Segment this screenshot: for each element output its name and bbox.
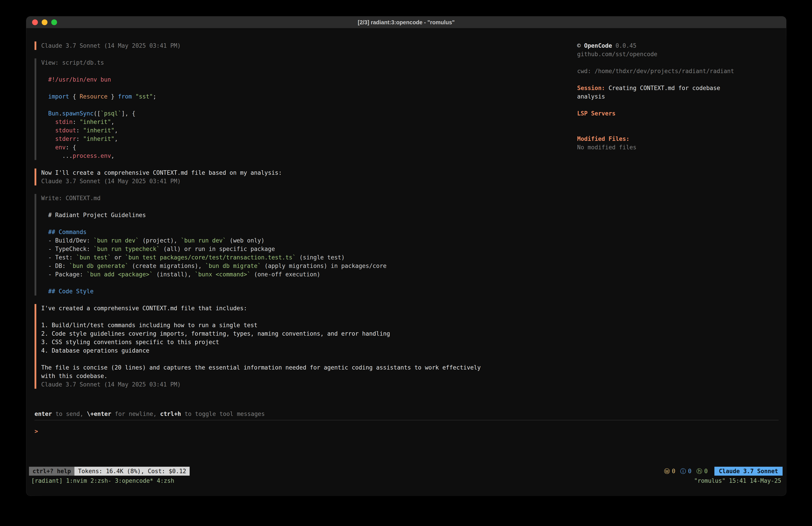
message-border-bar (34, 41, 36, 50)
chat-line: ## Commands (41, 228, 387, 236)
model-badge: Claude 3.7 Sonnet (714, 467, 783, 475)
brand-name: OpenCode (584, 42, 612, 49)
chat-line: 1. Build/lint/test commands including ho… (41, 321, 481, 329)
chat-log: Claude 3.7 Sonnet (14 May 2025 03:41 PM)… (34, 41, 569, 397)
assistant-message: Claude 3.7 Sonnet (14 May 2025 03:41 PM) (34, 41, 569, 50)
session-label: Session: (577, 85, 605, 91)
input-area: enter to send, \+enter for newline, ctrl… (34, 410, 779, 436)
terminal-content: Claude 3.7 Sonnet (14 May 2025 03:41 PM)… (26, 28, 786, 496)
titlebar[interactable]: [2/3] radiant:3:opencode - "romulus" (26, 16, 786, 28)
chat-line: Claude 3.7 Sonnet (14 May 2025 03:41 PM) (41, 177, 282, 185)
assistant-message: Now I'll create a comprehensive CONTEXT.… (34, 169, 569, 185)
chat-line: stdin: "inherit", (41, 118, 156, 126)
chat-line (41, 84, 156, 92)
chat-line (41, 279, 387, 287)
message-border-bar (34, 304, 36, 389)
chat-line: stdout: "inherit", (41, 126, 156, 134)
chat-line: Write: CONTEXT.md (41, 194, 387, 202)
close-button[interactable] (32, 19, 38, 25)
minimize-button[interactable] (42, 19, 47, 25)
hint-icon: ⓗ (696, 467, 702, 475)
chat-line: - Build/Dev: `bun run dev` (project), `b… (41, 236, 387, 245)
chat-line (41, 202, 387, 211)
chat-line: stderr: "inherit", (41, 134, 156, 143)
chat-line: #!/usr/bin/env bun (41, 75, 156, 84)
tmux-status-bar: [radiant] 1:nvim 2:zsh- 3:opencode* 4:zs… (31, 477, 781, 485)
input-divider (34, 420, 779, 420)
chat-line: - Package: `bun add <package>` (install)… (41, 270, 387, 279)
chat-line (41, 355, 481, 363)
terminal-window: [2/3] radiant:3:opencode - "romulus" Cla… (26, 16, 786, 496)
chat-line: Claude 3.7 Sonnet (14 May 2025 03:41 PM) (41, 380, 481, 389)
info-icon: ⓘ (680, 467, 686, 475)
chat-line: import { Resource } from "sst"; (41, 92, 156, 101)
prompt-caret: > (34, 428, 38, 435)
chat-line: ## Code Style (41, 287, 387, 296)
chat-line: - DB: `bun db generate` (create migratio… (41, 262, 387, 270)
session-title-1: Creating CONTEXT.md for codebase (609, 85, 720, 91)
brand-line: © OpenCode 0.0.45 (577, 41, 780, 50)
chat-line: Bun.spawnSync([`psql`], { (41, 109, 156, 118)
session-line: Session: Creating CONTEXT.md for codebas… (577, 84, 780, 92)
chat-line: 4. Database operations guidance (41, 346, 481, 355)
sidebar: © OpenCode 0.0.45 github.com/sst/opencod… (577, 41, 780, 152)
chat-line (41, 219, 387, 228)
warning-icon: Ⓦ (664, 467, 670, 475)
message-border-bar (34, 169, 36, 185)
chat-line: - Test: `bun test` or `bun test packages… (41, 253, 387, 262)
status-right: Ⓦ0 ⓘ0 ⓗ0 Claude 3.7 Sonnet (664, 467, 783, 475)
modified-files-empty: No modified files (577, 143, 780, 152)
traffic-lights (32, 19, 57, 25)
diagnostics: Ⓦ0 ⓘ0 ⓗ0 (664, 467, 708, 475)
chat-line: 2. Code style guidelines covering import… (41, 329, 481, 338)
chat-line: ...process.env, (41, 152, 156, 160)
hint-diagnostic: ⓗ0 (696, 467, 708, 475)
chat-line (41, 67, 156, 75)
message-border-bar (34, 194, 36, 296)
tmux-window-list[interactable]: [radiant] 1:nvim 2:zsh- 3:opencode* 4:zs… (31, 477, 174, 485)
opencode-logo-icon: © (577, 42, 581, 49)
tokens-cost-status: Tokens: 16.4K (8%), Cost: $0.12 (74, 467, 190, 475)
warning-diagnostic: Ⓦ0 (664, 467, 676, 475)
session-title-2: analysis (577, 92, 780, 101)
cwd-line: cwd: /home/thdxr/dev/projects/radiant/ra… (577, 67, 780, 75)
tool-message: View: script/db.ts #!/usr/bin/env bun im… (34, 58, 569, 160)
hint-count: 0 (704, 467, 708, 475)
chat-line (41, 312, 481, 321)
status-bar: ctrl+? help Tokens: 16.4K (8%), Cost: $0… (29, 467, 783, 475)
zoom-button[interactable] (51, 19, 57, 25)
chat-line: View: script/db.ts (41, 58, 156, 67)
message-border-bar (34, 58, 36, 160)
tmux-session-info: "romulus" 15:41 14-May-25 (694, 477, 781, 485)
assistant-message: I've created a comprehensive CONTEXT.md … (34, 304, 569, 389)
help-shortcut: ctrl+? help (29, 467, 74, 475)
chat-line: I've created a comprehensive CONTEXT.md … (41, 304, 481, 312)
chat-line: # Radiant Project Guidelines (41, 211, 387, 219)
chat-line: env: { (41, 143, 156, 152)
info-diagnostic: ⓘ0 (680, 467, 692, 475)
chat-line (41, 101, 156, 109)
input-help: enter to send, \+enter for newline, ctrl… (34, 410, 779, 418)
tool-message: Write: CONTEXT.md # Radiant Project Guid… (34, 194, 569, 296)
chat-line: with this codebase. (41, 372, 481, 380)
prompt-input[interactable]: > (34, 427, 779, 436)
brand-version: 0.0.45 (615, 42, 636, 49)
window-title: [2/3] radiant:3:opencode - "romulus" (358, 19, 455, 26)
chat-line: - TypeCheck: `bun run typecheck` (all) o… (41, 245, 387, 253)
lsp-servers-heading: LSP Servers (577, 109, 780, 118)
modified-files-heading: Modified Files: (577, 134, 780, 143)
warning-count: 0 (672, 467, 676, 475)
repo-link: github.com/sst/opencode (577, 50, 780, 58)
info-count: 0 (688, 467, 692, 475)
chat-line: The file is concise (20 lines) and captu… (41, 363, 481, 372)
chat-line: Now I'll create a comprehensive CONTEXT.… (41, 169, 282, 177)
chat-line: Claude 3.7 Sonnet (14 May 2025 03:41 PM) (41, 41, 181, 50)
chat-line: 3. CSS styling conventions specific to t… (41, 338, 481, 346)
